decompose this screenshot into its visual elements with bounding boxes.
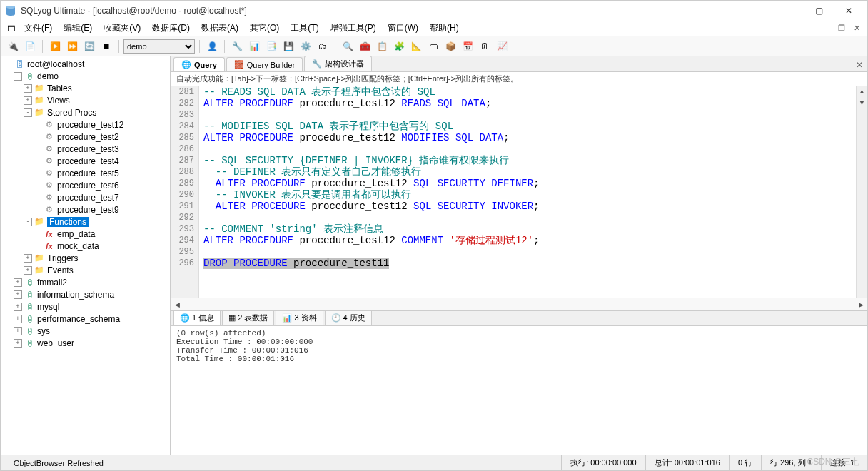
execute-icon[interactable]: ▶️: [47, 39, 63, 54]
tree-node[interactable]: ⚙procedure_test5: [1, 167, 170, 179]
expand-icon[interactable]: +: [14, 339, 22, 348]
minimize-button[interactable]: —: [774, 3, 803, 19]
menu-item[interactable]: 帮助(H): [424, 20, 465, 36]
tool-icon[interactable]: 📐: [408, 39, 424, 54]
result-tab-profile[interactable]: 📊3 资料: [276, 310, 323, 325]
close-button[interactable]: ✕: [834, 3, 863, 19]
result-tab-data[interactable]: ▦2 表数据: [222, 310, 274, 325]
code-line[interactable]: [203, 246, 867, 258]
result-tab-history[interactable]: 🕘4 历史: [325, 310, 372, 325]
expand-icon[interactable]: +: [14, 327, 22, 335]
tool-icon[interactable]: 🧰: [357, 39, 373, 54]
tree-node[interactable]: +📁Triggers: [1, 252, 170, 264]
tool-icon[interactable]: 📑: [263, 39, 279, 54]
tree-node[interactable]: ⚙procedure_test2: [1, 131, 170, 143]
tree-node[interactable]: -📁Stored Procs: [1, 106, 170, 118]
tree-node[interactable]: +📁Events: [1, 264, 170, 276]
expand-icon[interactable]: +: [24, 96, 32, 105]
menu-item[interactable]: 窗口(W): [382, 20, 424, 36]
scroll-down-icon[interactable]: ▼: [857, 98, 867, 109]
mdi-restore[interactable]: ❐: [835, 23, 848, 34]
tree-node[interactable]: +🛢information_schema: [1, 288, 170, 300]
tree-node[interactable]: +🛢sys: [1, 325, 170, 337]
tree-node[interactable]: ⚙procedure_test7: [1, 191, 170, 203]
code-line[interactable]: ALTER PROCEDURE procedure_test12 SQL SEC…: [203, 201, 867, 212]
tool-icon[interactable]: 📋: [374, 39, 390, 54]
tool-icon[interactable]: ⚙️: [298, 39, 313, 54]
tab-builder[interactable]: 🧱Query Builder: [226, 57, 303, 71]
tab-query[interactable]: 🌐Query: [173, 57, 225, 71]
new-conn-icon[interactable]: 🔌: [5, 39, 21, 54]
code-line[interactable]: -- INVOKER 表示只要是调用者都可以执行: [203, 189, 867, 201]
horizontal-scrollbar[interactable]: ◀ ▶: [171, 298, 867, 310]
tool-icon[interactable]: 🧩: [391, 39, 407, 54]
stop-icon[interactable]: ⏹: [99, 39, 114, 54]
tree-node[interactable]: -📁Functions: [1, 216, 170, 228]
tree-node[interactable]: 🗄root@localhost: [1, 58, 170, 70]
code-line[interactable]: [203, 143, 867, 155]
maximize-button[interactable]: ▢: [804, 3, 833, 19]
code-line[interactable]: ALTER PROCEDURE procedure_test12 SQL SEC…: [203, 178, 867, 189]
results-panel[interactable]: (0 row(s) affected) Execution Time : 00:…: [171, 326, 867, 455]
code-line[interactable]: -- MODIFIES SQL DATA 表示子程序中包含写的 SQL: [203, 121, 867, 132]
new-query-icon[interactable]: 📄: [22, 39, 38, 54]
tool-icon[interactable]: 📊: [246, 39, 262, 54]
mdi-minimize[interactable]: —: [819, 23, 832, 34]
collapse-icon[interactable]: -: [24, 218, 32, 226]
scroll-up-icon[interactable]: ▲: [857, 86, 867, 98]
tree-node[interactable]: +🛢web_user: [1, 337, 170, 349]
tree-node[interactable]: +🛢fmmall2: [1, 276, 170, 288]
expand-icon[interactable]: +: [24, 266, 32, 275]
code-line[interactable]: ALTER PROCEDURE procedure_test12 MODIFIE…: [203, 132, 867, 143]
menu-item[interactable]: 数据表(A): [196, 20, 244, 36]
expand-icon[interactable]: +: [14, 315, 22, 323]
refresh-icon[interactable]: 🔄: [81, 39, 97, 54]
expand-icon[interactable]: +: [14, 303, 22, 311]
tool-icon[interactable]: 📅: [460, 39, 475, 54]
menu-item[interactable]: 数据库(D): [146, 20, 196, 36]
menu-item[interactable]: 编辑(E): [58, 20, 98, 36]
sql-editor[interactable]: 2812822832842852862872882892902912922932…: [171, 86, 867, 298]
mdi-close[interactable]: ✕: [851, 23, 863, 34]
tree-node[interactable]: +📁Views: [1, 94, 170, 106]
tree-node[interactable]: ⚙procedure_test3: [1, 143, 170, 155]
user-icon[interactable]: 👤: [204, 39, 220, 54]
tree-node[interactable]: ⚙procedure_test12: [1, 118, 170, 131]
code-line[interactable]: [203, 109, 867, 121]
code-line[interactable]: DROP PROCEDURE procedure_test11: [203, 258, 867, 269]
menu-item[interactable]: 收藏夹(V): [98, 20, 146, 36]
tree-node[interactable]: +🛢performance_schema: [1, 313, 170, 325]
tool-icon[interactable]: 📈: [494, 39, 510, 54]
menu-item[interactable]: 增强工具(P): [325, 20, 382, 36]
tool-icon[interactable]: 🗂: [315, 39, 330, 54]
scroll-left-icon[interactable]: ◀: [171, 299, 183, 310]
tool-icon[interactable]: 🗃: [425, 39, 441, 54]
menu-item[interactable]: 其它(O): [244, 20, 285, 36]
tree-node[interactable]: +🛢mysql: [1, 300, 170, 313]
execute-all-icon[interactable]: ⏩: [64, 39, 80, 54]
tree-node[interactable]: -🛢demo: [1, 70, 170, 82]
expand-icon[interactable]: +: [14, 290, 22, 299]
object-browser[interactable]: 🗄root@localhost-🛢demo+📁Tables+📁Views-📁St…: [1, 56, 171, 455]
tab-designer[interactable]: 🔧架构设计器: [304, 56, 372, 71]
vertical-scrollbar[interactable]: ▲ ▼: [856, 86, 867, 298]
tool-icon[interactable]: 📦: [443, 39, 458, 54]
tool-icon[interactable]: 🔧: [229, 39, 245, 54]
menu-item[interactable]: 文件(F): [19, 20, 58, 36]
tool-icon[interactable]: 🔍: [340, 39, 355, 54]
tree-node[interactable]: ⚙procedure_test9: [1, 203, 170, 216]
tree-node[interactable]: fxemp_data: [1, 228, 170, 240]
tree-node[interactable]: fxmock_data: [1, 240, 170, 252]
code-line[interactable]: ALTER PROCEDURE procedure_test12 READS S…: [203, 98, 867, 109]
database-select[interactable]: demo: [123, 39, 195, 54]
scroll-right-icon[interactable]: ▶: [854, 299, 867, 310]
menu-item[interactable]: 工具(T): [285, 20, 324, 36]
expand-icon[interactable]: +: [24, 84, 32, 93]
code-line[interactable]: [203, 212, 867, 223]
collapse-icon[interactable]: -: [24, 108, 32, 117]
tool-icon[interactable]: 💾: [281, 39, 296, 54]
result-tab-info[interactable]: 🌐1 信息: [173, 310, 221, 325]
expand-icon[interactable]: +: [24, 254, 32, 263]
code-area[interactable]: -- READS SQL DATA 表示子程序中包含读的 SQLALTER PR…: [199, 86, 867, 298]
expand-icon[interactable]: +: [14, 278, 22, 287]
